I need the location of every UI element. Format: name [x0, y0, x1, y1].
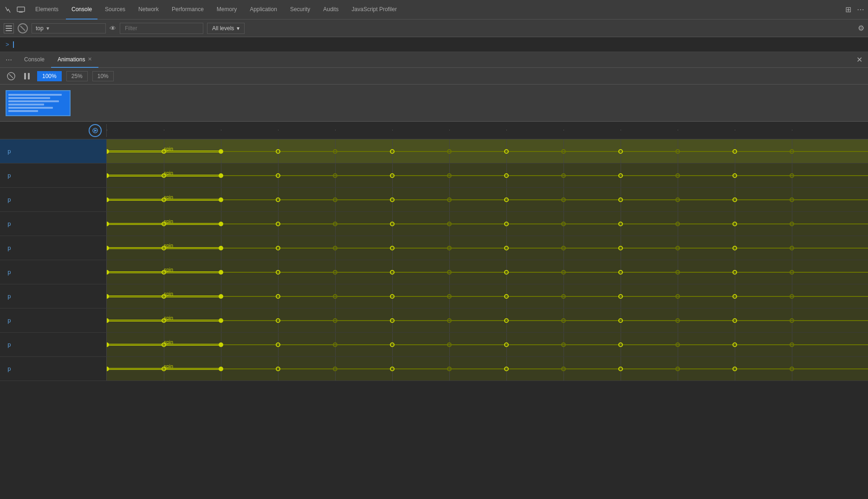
animation-keyframe-dot — [333, 197, 337, 202]
animation-keyframe-dot — [390, 149, 395, 154]
animation-keyframe-dot — [504, 222, 509, 226]
tab-elements[interactable]: Elements — [30, 0, 64, 20]
animation-track[interactable]: spin — [107, 260, 868, 284]
animation-track[interactable]: spin — [107, 357, 868, 381]
animation-track[interactable]: spin — [107, 139, 868, 163]
animation-keyframe-dot — [276, 270, 280, 275]
animation-keyframe-dot — [276, 222, 280, 226]
animation-track[interactable]: spin — [107, 188, 868, 211]
animation-keyframe-dot — [333, 222, 337, 226]
close-animations-tab[interactable]: ✕ — [88, 56, 92, 62]
animation-keyframe-dot — [732, 367, 737, 371]
animation-keyframe-dot — [219, 173, 223, 178]
animation-keyframe-dot — [561, 246, 566, 250]
block-icon[interactable] — [18, 23, 28, 33]
animation-keyframe-dot — [790, 294, 794, 299]
svg-rect-3 — [6, 28, 12, 29]
levels-label: All levels — [212, 25, 234, 32]
top-toolbar: Elements Console Sources Network Perform… — [0, 0, 868, 20]
animation-element-label: p — [0, 212, 107, 236]
right-icons: ⊞ ⋯ — [845, 5, 864, 14]
animation-keyframe-dot — [219, 318, 223, 323]
animation-keyframe-dot — [162, 318, 166, 323]
animation-row: pspin — [0, 309, 868, 333]
svg-marker-10 — [94, 129, 97, 132]
animation-keyframe-dot — [790, 367, 794, 371]
animation-keyframe-dot — [790, 318, 794, 323]
animation-keyframe-dot — [561, 270, 566, 275]
clear-animations-btn[interactable] — [6, 71, 17, 82]
tab-sources[interactable]: Sources — [99, 0, 131, 20]
animation-keyframe-dot — [618, 270, 623, 275]
animation-keyframe-dot — [390, 367, 395, 371]
animation-keyframe-dot — [333, 342, 337, 347]
animation-keyframe-dot — [162, 222, 166, 226]
tab-audits[interactable]: Audits — [317, 0, 344, 20]
animation-track[interactable]: spin — [107, 164, 868, 187]
more-icon[interactable]: ⋯ — [857, 5, 864, 14]
animation-keyframe-dot — [107, 149, 109, 154]
speed-25-btn[interactable]: 25% — [66, 71, 88, 81]
panel-tab-animations[interactable]: Animations ✕ — [51, 52, 98, 68]
animation-keyframe-dot — [390, 173, 395, 178]
animation-keyframe-dot — [675, 197, 680, 202]
settings-icon[interactable]: ⚙ — [858, 24, 864, 33]
animation-keyframe-dot — [504, 149, 509, 154]
animation-keyframe-dot — [162, 197, 166, 202]
animation-keyframe-dot — [276, 367, 280, 371]
animation-keyframe-dot — [618, 173, 623, 178]
close-panel-icon[interactable]: ✕ — [856, 55, 862, 64]
speed-10-btn[interactable]: 10% — [92, 71, 114, 81]
animation-keyframe-dot — [447, 318, 452, 323]
animation-keyframe-dot — [732, 222, 737, 226]
speed-100-btn[interactable]: 100% — [37, 71, 62, 81]
animation-element-label: p — [0, 333, 107, 356]
animation-keyframe-dot — [107, 367, 109, 371]
panel-tab-console[interactable]: Console — [18, 52, 51, 68]
tab-application[interactable]: Application — [244, 0, 283, 20]
svg-rect-2 — [6, 26, 12, 26]
levels-dropdown[interactable]: All levels ▾ — [207, 23, 245, 34]
animation-row: pspin — [0, 333, 868, 357]
playhead-btn[interactable] — [89, 124, 102, 137]
animation-track[interactable]: spin — [107, 333, 868, 356]
animation-track[interactable]: spin — [107, 309, 868, 332]
animation-keyframe-dot — [675, 149, 680, 154]
animation-track[interactable]: spin — [107, 236, 868, 260]
animation-element-label: p — [0, 284, 107, 308]
animation-keyframe-dot — [790, 222, 794, 226]
dock-icon[interactable]: ⊞ — [845, 5, 851, 14]
animation-element-label: p — [0, 357, 107, 381]
tab-js-profiler[interactable]: JavaScript Profiler — [346, 0, 402, 20]
device-icon[interactable] — [17, 6, 25, 14]
context-select[interactable]: top ▾ — [32, 23, 106, 33]
eye-icon[interactable]: 👁 — [110, 25, 116, 32]
animation-keyframe-dot — [561, 197, 566, 202]
tab-network[interactable]: Network — [133, 0, 164, 20]
tab-security[interactable]: Security — [285, 0, 316, 20]
animation-keyframe-dot — [219, 222, 223, 226]
filter-input[interactable] — [120, 23, 203, 34]
timeline-ruler: 0500 ms1.00 s1.50 s2.00 s2.50 s3.00 s3.5… — [107, 130, 868, 131]
more-panels-icon[interactable]: ⋯ — [6, 56, 12, 64]
animation-keyframe-dot — [276, 173, 280, 178]
animation-keyframe-dot — [447, 197, 452, 202]
animation-keyframe-dot — [561, 149, 566, 154]
animation-keyframe-dot — [162, 246, 166, 250]
drawer-toggle[interactable] — [4, 23, 14, 33]
animation-keyframe-dot — [107, 318, 109, 323]
animation-track[interactable]: spin — [107, 284, 868, 308]
animation-keyframe-dot — [504, 197, 509, 202]
tab-performance[interactable]: Performance — [166, 0, 209, 20]
cursor-caret — [13, 41, 14, 48]
animation-keyframe-dot — [390, 222, 395, 226]
tab-console[interactable]: Console — [66, 0, 97, 20]
animation-track[interactable]: spin — [107, 212, 868, 236]
animation-keyframe-dot — [675, 294, 680, 299]
animation-keyframe-dot — [504, 173, 509, 178]
inspect-icon[interactable] — [4, 6, 12, 14]
svg-line-6 — [9, 74, 13, 78]
pause-btn[interactable] — [21, 71, 32, 82]
tab-memory[interactable]: Memory — [211, 0, 242, 20]
animation-row: pspin — [0, 139, 868, 164]
